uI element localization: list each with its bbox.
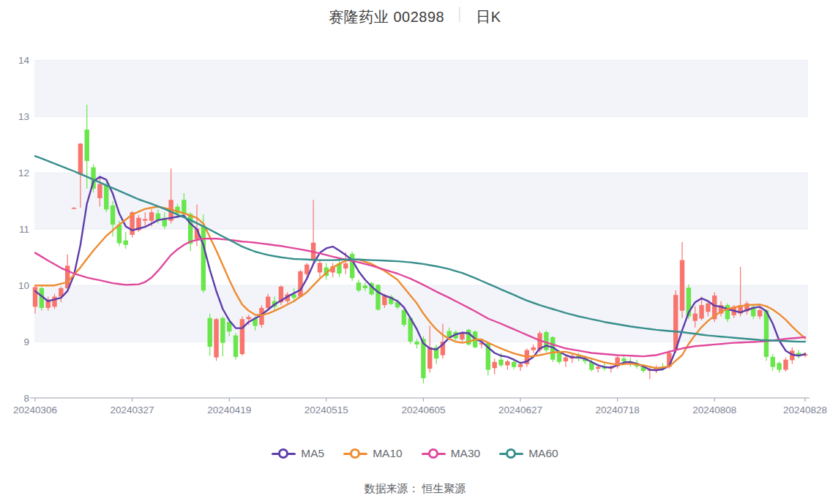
candle-up bbox=[149, 212, 154, 221]
candle-down bbox=[356, 282, 361, 290]
x-axis-tick-label: 20240306 bbox=[13, 405, 57, 415]
candle-up bbox=[97, 184, 102, 198]
y-axis-tick-label: 12 bbox=[18, 168, 29, 178]
y-axis-tick-label: 9 bbox=[23, 336, 29, 347]
candle-down bbox=[777, 363, 781, 369]
candle-down bbox=[402, 310, 406, 325]
candle-up bbox=[318, 263, 322, 272]
candle-up bbox=[680, 260, 684, 311]
candle-up bbox=[33, 287, 37, 306]
candle-up bbox=[427, 347, 432, 369]
candle-down bbox=[512, 362, 516, 367]
candle-down bbox=[111, 206, 115, 225]
candle-down bbox=[764, 310, 769, 357]
x-axis-tick-label: 20240419 bbox=[207, 405, 251, 415]
candle-up bbox=[693, 314, 698, 321]
legend-item-ma30[interactable]: MA30 bbox=[422, 447, 481, 460]
kline-chart-canvas[interactable]: 8910111213142024030620240327202404192024… bbox=[0, 0, 830, 439]
candle-up bbox=[596, 367, 600, 369]
x-axis-tick-label: 20240828 bbox=[783, 405, 827, 415]
ma30-legend-icon bbox=[422, 448, 446, 459]
candle-up bbox=[783, 360, 788, 370]
x-axis-tick-label: 20240627 bbox=[498, 405, 542, 415]
legend-label: MA5 bbox=[301, 447, 324, 460]
candle-down bbox=[233, 336, 238, 357]
candle-up bbox=[518, 364, 523, 367]
candle-up bbox=[505, 361, 509, 365]
candle-down bbox=[557, 353, 561, 362]
candle-down bbox=[498, 360, 503, 366]
x-axis-tick-label: 20240808 bbox=[692, 405, 736, 415]
legend-item-ma10[interactable]: MA10 bbox=[343, 447, 403, 460]
data-source-label: 数据来源： 恒生聚源 bbox=[0, 482, 830, 496]
y-axis-tick-label: 10 bbox=[18, 280, 29, 291]
x-axis: 2024030620240327202404192024051520240605… bbox=[13, 398, 827, 415]
y-axis-tick-label: 11 bbox=[19, 224, 29, 235]
candle-up bbox=[531, 347, 536, 350]
candle-up bbox=[343, 263, 348, 268]
candle-up bbox=[247, 317, 251, 319]
candle-up bbox=[304, 265, 309, 274]
x-axis-tick-label: 20240327 bbox=[111, 405, 154, 415]
ma60-legend-icon bbox=[499, 448, 523, 459]
candle-down bbox=[414, 342, 419, 345]
y-axis-tick-label: 14 bbox=[18, 55, 30, 66]
y-axis-tick-label: 8 bbox=[23, 393, 29, 404]
y-axis-tick-label: 13 bbox=[18, 111, 29, 122]
candle-down bbox=[771, 357, 775, 367]
candle-up bbox=[72, 208, 76, 208]
candle-down bbox=[375, 285, 380, 309]
candle-down bbox=[188, 214, 192, 244]
candle-up bbox=[699, 305, 703, 318]
candle-down bbox=[363, 285, 367, 288]
candle-up bbox=[78, 143, 83, 174]
legend-item-ma60[interactable]: MA60 bbox=[499, 447, 558, 460]
legend-label: MA10 bbox=[373, 447, 403, 460]
legend-item-ma5[interactable]: MA5 bbox=[272, 447, 324, 460]
legend-label: MA60 bbox=[528, 447, 558, 460]
candle-up bbox=[240, 319, 244, 354]
candle-down bbox=[621, 358, 626, 361]
split-area-bands bbox=[34, 61, 808, 342]
candle-down bbox=[117, 225, 121, 243]
x-axis-tick-label: 20240718 bbox=[596, 405, 640, 415]
candle-down bbox=[220, 318, 225, 343]
y-axis-labels: 891011121314 bbox=[18, 55, 30, 404]
x-axis-tick-label: 20240605 bbox=[401, 405, 445, 415]
candle-down bbox=[350, 254, 354, 278]
candle-up bbox=[460, 334, 464, 339]
candle-up bbox=[706, 304, 710, 312]
candle-up bbox=[298, 271, 302, 297]
candle-up bbox=[266, 297, 270, 308]
candle-up bbox=[673, 295, 678, 350]
x-axis-tick-label: 20240515 bbox=[304, 405, 348, 415]
candle-up bbox=[492, 362, 496, 368]
candle-up bbox=[143, 219, 147, 220]
ma10-legend-icon bbox=[343, 448, 367, 459]
candle-down bbox=[207, 318, 212, 347]
candle-down bbox=[201, 226, 206, 290]
candle-down bbox=[104, 185, 108, 209]
candle-up bbox=[214, 319, 218, 357]
candle-up bbox=[758, 310, 762, 316]
ma5-legend-icon bbox=[272, 448, 296, 459]
candle-down bbox=[124, 241, 128, 245]
candle-down bbox=[725, 305, 730, 319]
candle-down bbox=[85, 129, 89, 161]
chart-legend: MA5 MA10 MA30 MA60 bbox=[0, 447, 830, 460]
stock-chart-page: 赛隆药业 002898 │ 日K 89101112131420240306202… bbox=[0, 0, 830, 504]
legend-label: MA30 bbox=[451, 447, 481, 460]
candle-up bbox=[564, 358, 568, 361]
